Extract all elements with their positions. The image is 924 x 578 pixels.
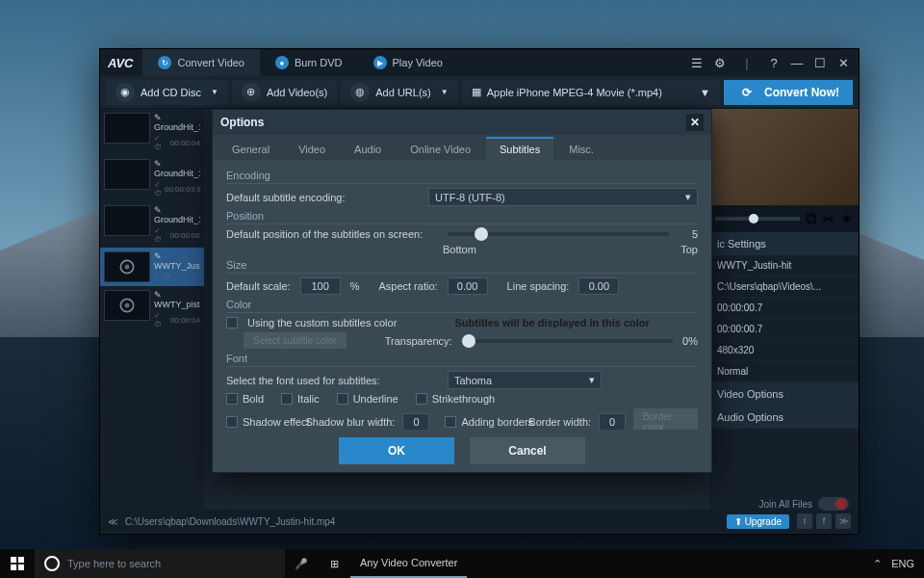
tab-label: Burn DVD (295, 57, 343, 68)
close-button[interactable]: ✕ (835, 55, 851, 70)
borders-checkbox[interactable] (445, 416, 456, 428)
output-profile-select[interactable]: ▦ Apple iPhone MPEG-4 Movie (*.mp4) ▼ (462, 80, 720, 105)
taskbar-search[interactable]: Type here to search (35, 549, 285, 578)
scissors-icon[interactable]: ✂ (822, 210, 834, 228)
bold-checkbox[interactable] (226, 393, 238, 405)
cancel-button[interactable]: Cancel (470, 437, 585, 464)
aspect-input[interactable] (448, 277, 488, 295)
chevron-down-icon: ▾ (589, 374, 595, 386)
tab-audio[interactable]: Audio (341, 139, 395, 160)
add-videos-button[interactable]: ⊕ Add Video(s) (232, 80, 337, 105)
encoding-select[interactable]: UTF-8 (UTF-8) ▾ (428, 188, 698, 206)
tab-convert-video[interactable]: ↻ Convert Video (142, 49, 260, 76)
video-options-button[interactable]: Video Options (709, 382, 859, 406)
dvd-icon: ● (275, 56, 289, 69)
file-item[interactable]: ✎ GroundHit_1 ✓ ⏱ 00:00:06 (100, 201, 204, 248)
tab-video[interactable]: Video (285, 139, 339, 160)
custom-color-label: Using the custom subtitles color (247, 317, 397, 328)
transparency-label: Transparency: (385, 335, 452, 347)
button-label: Add CD Disc (141, 87, 201, 98)
file-name: GroundHit_1 (154, 122, 200, 132)
join-files-toggle[interactable] (818, 497, 849, 511)
line-spacing-input[interactable] (578, 277, 619, 295)
copy-icon[interactable]: ⧉ (806, 210, 816, 227)
minimize-button[interactable]: — (789, 55, 805, 70)
video-preview (709, 109, 859, 205)
thumbnail (104, 113, 150, 144)
facebook-icon[interactable]: f (816, 513, 832, 529)
menu-icon[interactable]: ☰ (689, 55, 705, 70)
dialog-titlebar: Options ✕ (213, 110, 711, 135)
dialog-close-button[interactable]: ✕ (686, 114, 704, 131)
start-button[interactable] (0, 549, 35, 578)
thumbnail (104, 290, 150, 321)
border-color-button[interactable]: Border color (633, 408, 698, 430)
search-placeholder: Type here to search (67, 558, 161, 569)
convert-now-button[interactable]: ⟳ Convert Now! (724, 80, 853, 105)
play-icon: ▶ (373, 56, 387, 69)
file-item[interactable]: ✎ WWTY_pisto ✓ ⏱ 00:00:04 (100, 286, 204, 332)
scale-input[interactable] (300, 277, 341, 295)
blur-input[interactable] (402, 413, 429, 430)
setting-row[interactable]: 480x320 (709, 340, 859, 361)
help-icon[interactable]: ? (766, 55, 782, 70)
transparency-slider[interactable] (462, 339, 673, 343)
language-indicator[interactable]: ENG (891, 558, 914, 569)
strike-checkbox[interactable] (416, 393, 427, 405)
setting-row[interactable]: 00:00:00.7 (709, 298, 859, 319)
custom-color-checkbox[interactable] (226, 317, 238, 328)
crop-icon[interactable]: ✶ (840, 210, 853, 228)
task-view-icon[interactable]: ⊞ (318, 549, 350, 578)
windows-taskbar: Type here to search 🎤 ⊞ Any Video Conver… (0, 549, 924, 578)
svg-point-1 (125, 265, 130, 270)
svg-rect-6 (11, 565, 16, 570)
setting-row[interactable]: 00:00:00.7 (709, 319, 859, 340)
audio-options-button[interactable]: Audio Options (709, 406, 859, 429)
color-section: Color (226, 299, 698, 313)
file-duration: ✓ ⏱ 00:00:04 (154, 134, 200, 151)
border-width-input[interactable] (599, 413, 626, 430)
add-urls-button[interactable]: ◍ Add URL(s) ▼ (341, 80, 457, 105)
font-select[interactable]: Tahoma ▾ (448, 371, 602, 389)
tab-burn-dvd[interactable]: ● Burn DVD (260, 49, 358, 76)
globe-plus-icon: ◍ (350, 83, 370, 102)
tab-online-video[interactable]: Online Video (397, 139, 484, 160)
chevron-up-icon[interactable]: ⌃ (873, 558, 882, 570)
file-item[interactable]: ✎ GroundHit_1 ✓ ⏱ 00:00:03.9 (100, 155, 204, 201)
file-list: ✎ GroundHit_1 ✓ ⏱ 00:00:04 ✎ GroundHit_1… (100, 109, 204, 510)
italic-checkbox[interactable] (281, 393, 293, 405)
shadow-checkbox[interactable] (226, 416, 238, 428)
join-files-label: Join All Files (758, 499, 812, 510)
setting-row[interactable]: C:\Users\qbap\Videos\... (709, 276, 859, 298)
setting-row[interactable]: WWTY_Justin-hit (709, 255, 859, 276)
file-duration: ✓ ⏱ 00:00:06 (154, 226, 200, 244)
file-item[interactable]: ✎ GroundHit_1 ✓ ⏱ 00:00:04 (100, 109, 204, 155)
pencil-icon: ✎ (154, 205, 162, 213)
taskbar-app[interactable]: Any Video Converter (350, 549, 467, 578)
seek-slider[interactable] (715, 217, 800, 221)
add-cd-button[interactable]: ◉ Add CD Disc ▼ (106, 80, 228, 105)
select-color-button[interactable]: Select subtitle color (244, 332, 346, 349)
tab-general[interactable]: General (218, 139, 283, 160)
ok-button[interactable]: OK (339, 437, 454, 464)
file-item[interactable]: ✎ WWTY_Justi ✓ ⏱ (100, 248, 204, 286)
underline-label: Underline (353, 393, 398, 405)
setting-row[interactable]: Normal (709, 361, 859, 382)
tab-misc[interactable]: Misc. (555, 139, 607, 160)
tab-play-video[interactable]: ▶ Play Video (358, 49, 458, 76)
file-name: WWTY_Justi (154, 261, 200, 271)
chevron-down-icon: ▼ (700, 87, 710, 98)
gear-icon[interactable]: ⚙ (712, 55, 728, 70)
underline-checkbox[interactable] (337, 393, 348, 405)
more-icon[interactable]: ≫ (835, 513, 851, 529)
position-top-label: Top (680, 244, 698, 255)
position-slider[interactable] (448, 232, 669, 236)
transparency-value: 0% (682, 335, 698, 347)
nav-prev-icon[interactable]: ≪ (108, 516, 117, 527)
upgrade-button[interactable]: ⬆ Upgrade (727, 514, 789, 529)
mic-icon[interactable]: 🎤 (285, 549, 318, 578)
twitter-icon[interactable]: t (797, 513, 812, 529)
tab-subtitles[interactable]: Subtitles (486, 137, 553, 160)
pencil-icon: ✎ (154, 251, 162, 259)
maximize-button[interactable]: ☐ (812, 55, 828, 70)
